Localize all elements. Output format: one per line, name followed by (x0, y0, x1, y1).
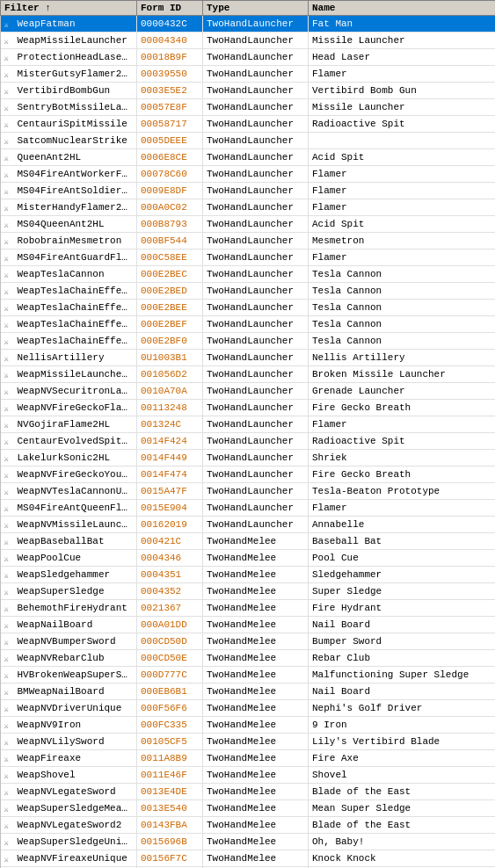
cell-formid: 000CD50E (137, 650, 203, 667)
table-row[interactable]: ⚔MS04FireAntGuardFlame2HL000C58EETwoHand… (1, 250, 496, 266)
table-row[interactable]: ⚔HVBrokenWeapSuperSledge000D777CTwoHandM… (1, 667, 496, 684)
table-row[interactable]: ⚔WeapNVBumperSword000CD50DTwoHandMeleeBu… (1, 633, 496, 650)
cell-filter: ⚔WeapNVLegateSword2 (1, 817, 137, 834)
cell-name: Blade of the East (309, 817, 496, 834)
cell-name: Fire Axe (309, 750, 496, 767)
table-row[interactable]: ⚔WeapNVFireGeckoFlame00113248TwoHandLaun… (1, 400, 496, 416)
cell-type: TwoHandLauncher (203, 49, 309, 66)
table-row[interactable]: ⚔WeapFatman0000432CTwoHandLauncherFat Ma… (1, 16, 496, 33)
cell-formid: 000E2BEF (137, 316, 203, 333)
table-row[interactable]: ⚔MisterHandyFlamer2HL000A0C02TwoHandLaun… (1, 199, 496, 216)
table-row[interactable]: ⚔MS04FireAntQueenFlame2HL0015E904TwoHand… (1, 500, 496, 517)
table-row[interactable]: ⚔BehemothFireHydrant0021367TwoHandMeleeF… (1, 600, 496, 617)
filter-text: MS04FireAntGuardFlame2HL (18, 252, 137, 263)
filter-text: CentauriSpitMissile (18, 119, 127, 129)
table-row[interactable]: ⚔BMWeapNailBoard000EB6B1TwoHandMeleeNail… (1, 684, 496, 700)
cell-name: Tesla Cannon (309, 300, 496, 316)
table-row[interactable]: ⚔MS04FireAntSoldierFlame2HL0009E8DFTwoHa… (1, 183, 496, 199)
cell-name: Flamer (309, 166, 496, 183)
col-header-name[interactable]: Name (309, 1, 496, 16)
table-row[interactable]: ⚔WeapNVRebarClub000CD50ETwoHandMeleeReba… (1, 650, 496, 667)
table-row[interactable]: ⚔WeapNVTeslaCannonUnique0015A47FTwoHandL… (1, 483, 496, 500)
table-row[interactable]: ⚔NellisArtillery0U1003B1TwoHandLauncherN… (1, 350, 496, 366)
table-row[interactable]: ⚔RobobrainMesmetron000BF544TwoHandLaunch… (1, 233, 496, 250)
cell-name: Broken Missile Launcher (309, 366, 496, 383)
row-icon: ⚔ (4, 352, 15, 363)
table-row[interactable]: ⚔MisterGutsyFlamer2HL00039550TwoHandLaun… (1, 66, 496, 83)
cell-type: TwoHandLauncher (203, 250, 309, 266)
cell-filter: ⚔MS04QueenAnt2HL (1, 216, 137, 233)
table-row[interactable]: ⚔WeapNailBoard000A01DDTwoHandMeleeNail B… (1, 617, 496, 633)
table-row[interactable]: ⚔LakelurkSonic2HL0014F449TwoHandLauncher… (1, 450, 496, 467)
row-icon: ⚔ (4, 720, 15, 730)
cell-filter: ⚔WeapTeslaChainEffect (1, 283, 137, 300)
cell-name: Fire Gecko Breath (309, 467, 496, 483)
table-row[interactable]: ⚔WeapPoolCue0004346TwoHandMeleePool Cue (1, 550, 496, 567)
table-row[interactable]: ⚔WeapSuperSledgeMeanie0013E540TwoHandMel… (1, 800, 496, 817)
row-icon: ⚔ (4, 402, 15, 413)
col-header-formid[interactable]: Form ID (137, 1, 203, 16)
cell-type: TwoHandLauncher (203, 216, 309, 233)
cell-type: TwoHandLauncher (203, 266, 309, 283)
table-row[interactable]: ⚔ProtectionHeadLaser2HL00018B9FTwoHandLa… (1, 49, 496, 66)
table-row[interactable]: ⚔WeapNVMissileLauncherUnique00162019TwoH… (1, 517, 496, 533)
table-row[interactable]: ⚔WeapTeslaChainEffect000E2BEDTwoHandLaun… (1, 283, 496, 300)
cell-type: TwoHandMelee (203, 750, 309, 767)
table-row[interactable]: ⚔MS04FireAntWorkerFlame2HL00078C60TwoHan… (1, 166, 496, 183)
cell-filter: ⚔BMWeapNailBoard (1, 684, 137, 700)
table-row[interactable]: ⚔WeapTeslaChainEffect04000E2BF0TwoHandLa… (1, 333, 496, 350)
table-row[interactable]: ⚔WeapNVSecuritronLauncher0010A70ATwoHand… (1, 383, 496, 400)
table-row[interactable]: ⚔CentauriSpitMissile00058717TwoHandLaunc… (1, 116, 496, 133)
table-row[interactable]: ⚔VertibirdBombGun0003E5E2TwoHandLauncher… (1, 83, 496, 99)
cell-formid: 000421C (137, 533, 203, 550)
table-row[interactable]: ⚔WeapNVLegateSword200143FBATwoHandMeleeB… (1, 817, 496, 834)
cell-name: Head Laser (309, 49, 496, 66)
table-row[interactable]: ⚔QueenAnt2HL0006E8CETwoHandLauncherAcid … (1, 149, 496, 166)
table-row[interactable]: ⚔WeapTeslaChainEffect03000E2BEFTwoHandLa… (1, 316, 496, 333)
filter-text: WeapSuperSledgeUnique (18, 836, 137, 847)
table-row[interactable]: ⚔WeapTeslaCannon000E2BECTwoHandLauncherT… (1, 266, 496, 283)
table-row[interactable]: ⚔MS04QueenAnt2HL000B8793TwoHandLauncherA… (1, 216, 496, 233)
cell-type: TwoHandLauncher (203, 500, 309, 517)
table-row[interactable]: ⚔CentaurEvolvedSpitMissile0014F424TwoHan… (1, 433, 496, 450)
col-header-filter[interactable]: Filter ↑ (1, 1, 137, 16)
cell-filter: ⚔WeapNVLilySword (1, 734, 137, 750)
cell-formid: 0000432C (137, 16, 203, 33)
cell-filter: ⚔WeapNVBumperSword (1, 633, 137, 650)
table-row[interactable]: ⚔WeapSledgehammer0004351TwoHandMeleeSled… (1, 567, 496, 583)
table-row[interactable]: ⚔SentryBotMissileLauncher2HL00057E8FTwoH… (1, 99, 496, 116)
row-icon: ⚔ (4, 436, 15, 446)
table-row[interactable]: ⚔WeapBaseballBat000421CTwoHandMeleeBaseb… (1, 533, 496, 550)
filter-text: NellisArtillery (18, 352, 105, 363)
cell-formid: 000E2BEC (137, 266, 203, 283)
filter-text: CentaurEvolvedSpitMissile (18, 436, 137, 446)
table-row[interactable]: ⚔WeapShovel0011E46FTwoHandMeleeShovel (1, 767, 496, 784)
table-row[interactable]: ⚔WeapNVFireaxeUnique00156F7CTwoHandMelee… (1, 850, 496, 867)
table-row[interactable]: ⚔WeapNVFireGeckoYoungFlame0014F474TwoHan… (1, 467, 496, 483)
table-row[interactable]: ⚔WeapFireaxe0011A8B9TwoHandMeleeFire Axe (1, 750, 496, 767)
table-row[interactable]: ⚔SatcomNuclearStrike0005DEEETwoHandLaunc… (1, 133, 496, 149)
table-row[interactable]: ⚔WeapNVDriverUnique000F56F6TwoHandMeleeN… (1, 700, 496, 717)
cell-name: 9 Iron (309, 717, 496, 734)
cell-filter: ⚔RobobrainMesmetron (1, 233, 137, 250)
cell-name: Malfunctioning Super Sledge (309, 667, 496, 684)
table-row[interactable]: ⚔WeapMissileLauncherBroken001056D2TwoHan… (1, 366, 496, 383)
cell-filter: ⚔WeapNVDriverUnique (1, 700, 137, 717)
table-row[interactable]: ⚔WeapNVLegateSword0013E4DETwoHandMeleeBl… (1, 784, 496, 800)
cell-filter: ⚔HVBrokenWeapSuperSledge (1, 667, 137, 684)
cell-formid: 0013E4DE (137, 784, 203, 800)
row-icon: ⚔ (4, 336, 15, 346)
col-header-type[interactable]: Type (203, 1, 309, 16)
cell-filter: ⚔WeapFatman (1, 16, 137, 33)
cell-type: TwoHandMelee (203, 834, 309, 850)
table-row[interactable]: ⚔WeapMissileLauncher00004340TwoHandLaunc… (1, 33, 496, 49)
table-row[interactable]: ⚔WeapSuperSledgeUnique0015696BTwoHandMel… (1, 834, 496, 850)
table-row[interactable]: ⚔WeapNV9Iron000FC335TwoHandMelee9 Iron (1, 717, 496, 734)
filter-text: VertibirdBombGun (18, 85, 111, 96)
table-row[interactable]: ⚔WeapSuperSledge0004352TwoHandMeleeSuper… (1, 583, 496, 600)
table-row[interactable]: ⚔WeapNVLilySword00105CF5TwoHandMeleeLily… (1, 734, 496, 750)
table-row[interactable]: ⚔NVGojiraFlame2HL001324CTwoHandLauncherF… (1, 416, 496, 433)
cell-filter: ⚔ProtectionHeadLaser2HL (1, 49, 137, 66)
table-row[interactable]: ⚔WeapTeslaChainEffect02000E2BEETwoHandLa… (1, 300, 496, 316)
cell-filter: ⚔WeapSuperSledgeUnique (1, 834, 137, 850)
